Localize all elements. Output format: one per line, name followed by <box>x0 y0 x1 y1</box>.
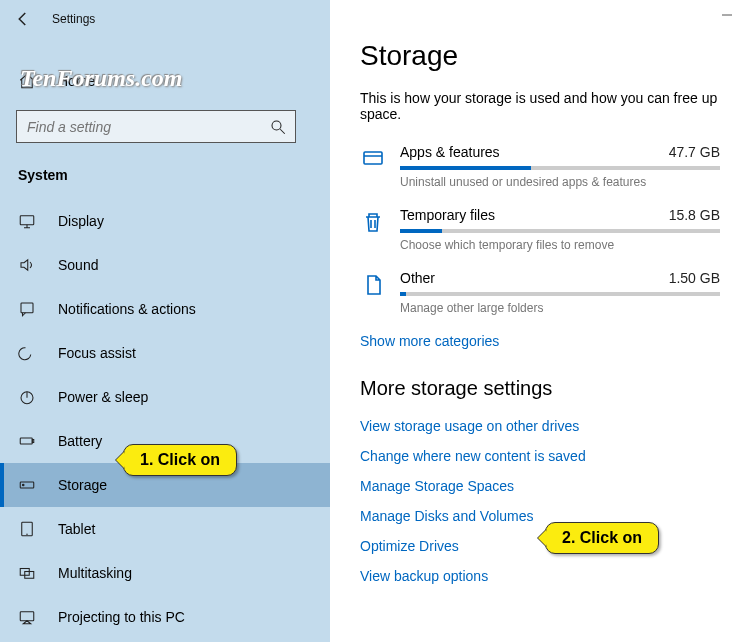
trash-icon <box>360 209 386 235</box>
storage-name: Temporary files <box>400 207 495 223</box>
nav-label: Sound <box>58 257 98 273</box>
link-optimize-drives[interactable]: Optimize Drives <box>360 538 720 554</box>
storage-name: Apps & features <box>400 144 500 160</box>
nav-label: Projecting to this PC <box>58 609 185 625</box>
storage-body: Temporary files 15.8 GB Choose which tem… <box>400 207 720 252</box>
more-settings-links: View storage usage on other drives Chang… <box>360 418 720 584</box>
battery-icon <box>18 432 36 450</box>
sound-icon <box>18 256 36 274</box>
storage-name: Other <box>400 270 435 286</box>
sidebar-item-storage[interactable]: Storage <box>0 463 330 507</box>
search-icon <box>269 118 287 136</box>
sidebar-item-power-sleep[interactable]: Power & sleep <box>0 375 330 419</box>
power-icon <box>18 388 36 406</box>
nav-label: Display <box>58 213 104 229</box>
storage-sub: Manage other large folders <box>400 301 720 315</box>
window-title: Settings <box>52 12 95 26</box>
sidebar-item-notifications[interactable]: Notifications & actions <box>0 287 330 331</box>
nav-label: Notifications & actions <box>58 301 196 317</box>
nav-label: Focus assist <box>58 345 136 361</box>
search-input[interactable] <box>27 119 269 135</box>
nav-label: Storage <box>58 477 107 493</box>
sidebar-item-tablet[interactable]: Tablet <box>0 507 330 551</box>
display-icon <box>18 212 36 230</box>
show-more-link[interactable]: Show more categories <box>360 333 720 349</box>
usage-bar <box>400 292 720 296</box>
titlebar: Settings <box>0 0 330 38</box>
link-change-save-loc[interactable]: Change where new content is saved <box>360 448 720 464</box>
storage-size: 1.50 GB <box>669 270 720 286</box>
main-pane: Storage This is how your storage is used… <box>330 0 750 642</box>
storage-row-temp[interactable]: Temporary files 15.8 GB Choose which tem… <box>360 207 720 252</box>
storage-row-other[interactable]: Other 1.50 GB Manage other large folders <box>360 270 720 315</box>
sidebar-item-focus-assist[interactable]: Focus assist <box>0 331 330 375</box>
storage-sub: Uninstall unused or undesired apps & fea… <box>400 175 720 189</box>
sidebar-item-sound[interactable]: Sound <box>0 243 330 287</box>
svg-rect-4 <box>20 438 32 444</box>
tablet-icon <box>18 520 36 538</box>
usage-bar <box>400 229 720 233</box>
page-title: Storage <box>360 40 720 72</box>
svg-point-0 <box>272 121 281 130</box>
nav-label: Multitasking <box>58 565 132 581</box>
nav-label: Power & sleep <box>58 389 148 405</box>
settings-app: Settings Home System Display Sound <box>0 0 750 642</box>
sidebar-item-display[interactable]: Display <box>0 199 330 243</box>
sidebar-home[interactable]: Home <box>0 62 330 100</box>
minimize-button[interactable] <box>704 0 750 30</box>
multitasking-icon <box>18 564 36 582</box>
sidebar: Settings Home System Display Sound <box>0 0 330 642</box>
other-icon <box>360 272 386 298</box>
link-other-drives[interactable]: View storage usage on other drives <box>360 418 720 434</box>
notifications-icon <box>18 300 36 318</box>
storage-body: Other 1.50 GB Manage other large folders <box>400 270 720 315</box>
sidebar-item-multitasking[interactable]: Multitasking <box>0 551 330 595</box>
storage-body: Apps & features 47.7 GB Uninstall unused… <box>400 144 720 189</box>
svg-rect-5 <box>32 440 34 443</box>
focus-assist-icon <box>18 344 36 362</box>
svg-rect-2 <box>21 303 33 313</box>
projecting-icon <box>18 608 36 626</box>
nav-label: Battery <box>58 433 102 449</box>
page-description: This is how your storage is used and how… <box>360 90 720 122</box>
nav-list: Display Sound Notifications & actions Fo… <box>0 199 330 639</box>
apps-icon <box>360 146 386 172</box>
usage-bar <box>400 166 720 170</box>
storage-icon <box>18 476 36 494</box>
home-icon <box>18 72 36 90</box>
more-settings-title: More storage settings <box>360 377 720 400</box>
nav-label: Tablet <box>58 521 95 537</box>
back-button[interactable] <box>14 10 32 28</box>
svg-rect-12 <box>364 152 382 164</box>
search-box[interactable] <box>16 110 296 143</box>
sidebar-item-battery[interactable]: Battery <box>0 419 330 463</box>
svg-point-7 <box>23 484 25 486</box>
link-backup-options[interactable]: View backup options <box>360 568 720 584</box>
storage-row-apps[interactable]: Apps & features 47.7 GB Uninstall unused… <box>360 144 720 189</box>
sidebar-item-projecting[interactable]: Projecting to this PC <box>0 595 330 639</box>
storage-size: 15.8 GB <box>669 207 720 223</box>
svg-rect-1 <box>20 216 34 225</box>
link-disks-volumes[interactable]: Manage Disks and Volumes <box>360 508 720 524</box>
link-storage-spaces[interactable]: Manage Storage Spaces <box>360 478 720 494</box>
home-label: Home <box>58 73 95 89</box>
section-system: System <box>0 143 330 191</box>
storage-sub: Choose which temporary files to remove <box>400 238 720 252</box>
storage-size: 47.7 GB <box>669 144 720 160</box>
svg-rect-8 <box>22 522 33 536</box>
svg-rect-11 <box>20 612 34 621</box>
